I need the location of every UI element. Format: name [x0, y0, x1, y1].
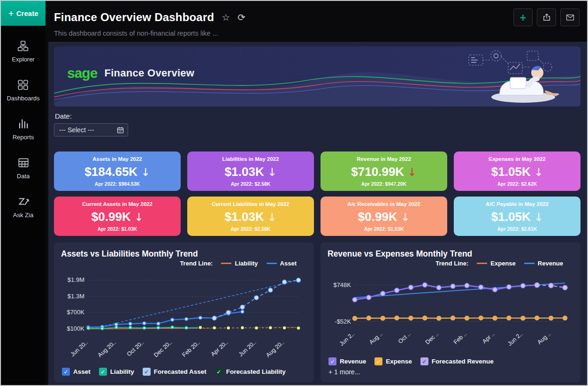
kpi-card-current-liabilities-in-may-2022[interactable]: Current Liabilities in May 2022$1.03K ↓A…	[187, 197, 314, 236]
down-arrow-icon: ↓	[134, 211, 143, 223]
checkbox-icon: ✓	[420, 357, 428, 365]
down-arrow-icon: ↓	[534, 166, 543, 178]
checkbox-icon: ✓	[215, 368, 223, 376]
kpi-footnote: Apr 2022: $2.58K	[191, 226, 310, 232]
kpi-value: $710.99K ↓	[324, 166, 443, 178]
kpi-title: Current Assets in May 2022	[58, 201, 177, 207]
svg-text:Dec ..: Dec ..	[424, 331, 440, 346]
kpi-card-expenses-in-may-2022[interactable]: Expenses in May 2022$1.05K ↓Apr 2022: $2…	[454, 151, 580, 191]
trend-legend-revenue[interactable]: Revenue	[524, 260, 563, 267]
svg-text:$1.9M: $1.9M	[68, 276, 84, 283]
export-icon	[542, 13, 551, 22]
kpi-footnote: Apr 2022: $984.53K	[58, 181, 177, 187]
series-checkbox-label: Asset	[73, 368, 91, 375]
svg-text:Jun 2..: Jun 2..	[506, 331, 524, 348]
kpi-value: $1.03K ↓	[191, 211, 310, 223]
sidebar-nav: ExplorerDashboardsReportsDataAsk Zia	[1, 26, 46, 219]
email-icon	[565, 13, 575, 22]
date-select[interactable]: --- Select ---	[54, 123, 128, 136]
series-checkbox-label: Revenue	[340, 358, 366, 365]
trend-legend-name: Revenue	[538, 260, 563, 267]
svg-text:-$52K: -$52K	[335, 318, 351, 325]
kpi-footnote: Apr 2022: $2.58K	[191, 181, 310, 187]
svg-text:$700K: $700K	[67, 309, 84, 316]
series-checkbox-label: Liability	[110, 368, 134, 375]
plus-icon: +	[519, 12, 527, 23]
refresh-icon[interactable]: ⟳	[237, 13, 245, 22]
trend-legend-name: Liability	[235, 260, 258, 267]
create-label: Create	[16, 9, 38, 17]
reports-icon	[17, 118, 30, 130]
series-checkbox-forecasted-liability[interactable]: ✓Forecasted Liability	[215, 368, 286, 376]
trend-legend-name: Asset	[280, 260, 297, 267]
kpi-card-a-c-payable-in-may-2022[interactable]: A/C Payable in May 2022$1.05K ↓Apr 2022:…	[454, 197, 580, 236]
sage-logo: sage	[67, 66, 97, 80]
kpi-title: Assets in May 2022	[58, 156, 177, 162]
series-checkbox-liability[interactable]: ✓Liability	[99, 368, 134, 376]
show-more-series-link[interactable]: + 1 more...	[328, 368, 573, 376]
add-button[interactable]: +	[513, 8, 533, 26]
chart-title: Revenue vs Expenses Monthly Trend	[328, 249, 573, 259]
kpi-title: Liabilities in May 2022	[191, 156, 310, 162]
kpi-title: A/c Receivables in May 2022	[324, 201, 443, 207]
kpi-card-assets-in-may-2022[interactable]: Assets in May 2022$184.65K ↓Apr 2022: $9…	[54, 151, 181, 191]
svg-text:Aug 20..: Aug 20..	[97, 339, 117, 359]
kpi-card-revenue-in-may-2022[interactable]: Revenue in May 2022$710.99K ↓Apr 2022: $…	[321, 151, 447, 191]
svg-text:Jun 20..: Jun 20..	[69, 339, 89, 358]
kpi-title: A/C Payable in May 2022	[458, 201, 577, 207]
trend-line-swatch	[267, 263, 277, 264]
series-checkbox-asset[interactable]: ✓Asset	[62, 368, 91, 376]
series-checkbox-label: Forecasted Liability	[226, 368, 286, 375]
sidebar-item-dashboards[interactable]: Dashboards	[7, 79, 39, 102]
trend-legend-asset[interactable]: Asset	[267, 260, 297, 267]
kpi-footnote: Apr 2022: $947.20K	[324, 181, 443, 187]
series-checkbox-forecasted-asset[interactable]: ✓Forecasted Asset	[143, 368, 206, 376]
down-arrow-icon: ↓	[141, 166, 150, 178]
trend-legend-liability[interactable]: Liability	[221, 260, 258, 267]
series-checkbox-revenue[interactable]: ✓Revenue	[328, 357, 366, 365]
checkbox-icon: ✓	[62, 368, 70, 376]
trend-legend: Trend Line:ExpenseRevenue	[328, 259, 573, 267]
kpi-title: Revenue in May 2022	[324, 156, 443, 162]
sidebar: + Create ExplorerDashboardsReportsDataAs…	[1, 1, 46, 385]
trend-legend: Trend Line:LiabilityAsset	[61, 259, 307, 267]
kpi-value: $1.05K ↓	[458, 166, 577, 178]
explorer-icon	[17, 40, 29, 52]
svg-text:Feb 20..: Feb 20..	[181, 339, 201, 358]
sidebar-item-explorer[interactable]: Explorer	[12, 40, 34, 63]
kpi-card-liabilities-in-may-2022[interactable]: Liabilities in May 2022$1.03K ↓Apr 2022:…	[187, 151, 314, 191]
svg-text:Dec 20..: Dec 20..	[153, 339, 173, 359]
email-button[interactable]	[560, 8, 580, 26]
export-button[interactable]	[537, 8, 556, 26]
checkbox-icon: ✓	[143, 368, 151, 376]
down-arrow-icon: ↓	[407, 166, 416, 178]
revenue-expenses-chart[interactable]: $748K-$52KJun 2..Aug ..Oct ..Dec ..Feb .…	[328, 267, 573, 350]
series-checkbox-forecasted-revenue[interactable]: ✓Forecasted Revenue	[420, 357, 494, 365]
kpi-value: $0.99K ↓	[324, 211, 443, 223]
trend-legend-expense[interactable]: Expense	[477, 260, 515, 267]
kpi-grid: Assets in May 2022$184.65K ↓Apr 2022: $9…	[54, 151, 580, 236]
kpi-card-current-assets-in-may-2022[interactable]: Current Assets in May 2022$0.99K ↓Apr 20…	[54, 197, 181, 236]
dashboard-content: sage Finance Overview	[48, 42, 587, 385]
series-checkbox-expense[interactable]: ✓Expense	[374, 357, 412, 365]
sidebar-item-reports[interactable]: Reports	[13, 118, 34, 141]
trend-line-swatch	[477, 263, 487, 264]
date-select-value: --- Select ---	[59, 126, 94, 134]
svg-text:Aug 20..: Aug 20..	[265, 339, 285, 359]
assets-liabilities-chart[interactable]: $1.9M$1.3M$700K$100KJun 20..Aug 20..Oct …	[61, 267, 306, 359]
create-button[interactable]: + Create	[1, 1, 46, 26]
banner-illustration	[467, 48, 575, 105]
trend-line-swatch	[524, 263, 535, 264]
calendar-icon	[116, 126, 124, 134]
kpi-card-a-c-receivables-in-may-2022[interactable]: A/c Receivables in May 2022$0.99K ↓Apr 2…	[321, 197, 447, 236]
sidebar-item-data[interactable]: Data	[17, 157, 30, 180]
topbar: Finance Overview Dashboard ☆ ⟳ + This da…	[46, 1, 587, 37]
svg-text:$1.3M: $1.3M	[68, 293, 84, 300]
down-arrow-icon: ↓	[401, 211, 410, 223]
favorite-star-icon[interactable]: ☆	[221, 13, 230, 22]
svg-text:$748K: $748K	[333, 281, 351, 288]
chart-panel-revenue-expenses: Revenue vs Expenses Monthly Trend Trend …	[321, 242, 580, 382]
trend-legend-name: Expense	[490, 260, 515, 267]
down-arrow-icon: ↓	[267, 211, 276, 223]
sidebar-item-ask-zia[interactable]: Ask Zia	[13, 196, 33, 219]
